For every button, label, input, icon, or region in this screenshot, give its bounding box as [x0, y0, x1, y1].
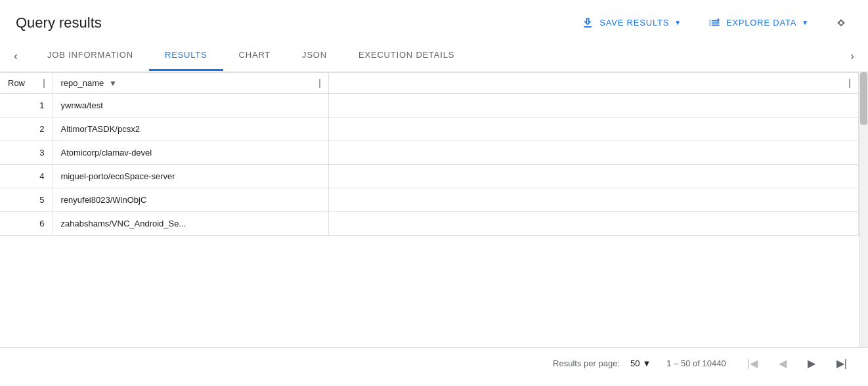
cell-row-num: 1 [0, 94, 53, 118]
tabs-container: ‹ JOB INFORMATION RESULTS CHART JSON EXE… [0, 40, 868, 72]
page-title: Query results [16, 14, 102, 32]
last-page-button[interactable]: ▶| [831, 354, 852, 372]
cell-row-num: 4 [0, 165, 53, 188]
prev-page-button[interactable]: ◀ [773, 354, 792, 372]
cell-empty [328, 118, 859, 141]
table-row: 1 ywnwa/test [0, 94, 859, 118]
cell-empty [328, 212, 859, 236]
first-page-button[interactable]: |◀ [742, 354, 763, 372]
sort-icon[interactable]: ▼ [109, 79, 117, 88]
table-row: 4 miguel-porto/ecoSpace-server [0, 165, 859, 188]
tab-json[interactable]: JSON [286, 41, 343, 71]
cell-row-num: 2 [0, 118, 53, 141]
page-range: 1 – 50 of 10440 [666, 358, 726, 368]
col-resize-empty[interactable] [845, 79, 850, 88]
cell-empty [328, 165, 859, 188]
save-results-chevron-icon: ▼ [674, 19, 682, 26]
cell-repo-name: Atomicorp/clamav-devel [53, 141, 328, 165]
scrollbar-thumb[interactable] [860, 72, 867, 125]
tabs-prev-button[interactable]: ‹ [0, 40, 32, 72]
header-actions: SAVE RESULTS ▼ EXPLORE DATA ▼ [576, 11, 852, 35]
cell-empty [328, 94, 859, 118]
cell-repo-name: zahabshams/VNC_Android_Se... [53, 212, 328, 236]
header: Query results SAVE RESULTS ▼ EXPLORE DAT… [0, 0, 868, 40]
cell-repo-name: ywnwa/test [53, 94, 328, 118]
main-area: ‹ JOB INFORMATION RESULTS CHART JSON EXE… [0, 40, 868, 379]
footer: Results per page: 50 ▼ 1 – 50 of 10440 |… [0, 347, 868, 379]
tabs-list: JOB INFORMATION RESULTS CHART JSON EXECU… [32, 41, 836, 71]
save-results-button[interactable]: SAVE RESULTS ▼ [576, 12, 687, 33]
tab-job-information[interactable]: JOB INFORMATION [32, 41, 149, 71]
col-header-repo-name: repo_name ▼ [53, 73, 328, 94]
tab-chart[interactable]: CHART [223, 41, 287, 71]
explore-data-button[interactable]: EXPLORE DATA ▼ [703, 12, 814, 33]
results-table: Row repo_name ▼ 1 [0, 72, 859, 236]
vertical-scrollbar[interactable] [859, 72, 868, 347]
per-page-chevron-icon: ▼ [642, 358, 651, 368]
cell-repo-name: AltimorTASDK/pcsx2 [53, 118, 328, 141]
cell-row-num: 5 [0, 188, 53, 212]
cell-repo-name: miguel-porto/ecoSpace-server [53, 165, 328, 188]
table-row: 5 renyufei8023/WinObjC [0, 188, 859, 212]
col-resize-repo[interactable] [315, 79, 320, 88]
cell-row-num: 3 [0, 141, 53, 165]
explore-data-icon [708, 16, 721, 30]
cell-row-num: 6 [0, 212, 53, 236]
table-row: 6 zahabshams/VNC_Android_Se... [0, 212, 859, 236]
table-row: 3 Atomicorp/clamav-devel [0, 141, 859, 165]
cell-repo-name: renyufei8023/WinObjC [53, 188, 328, 212]
per-page-select[interactable]: 50 ▼ [630, 358, 651, 368]
cell-empty [328, 188, 859, 212]
col-header-row: Row [0, 73, 53, 94]
tabs-next-button[interactable]: › [836, 40, 868, 72]
table-area: Row repo_name ▼ 1 [0, 72, 868, 347]
next-page-button[interactable]: ▶ [802, 354, 821, 372]
results-per-page-label: Results per page: [553, 358, 620, 368]
tab-execution-details[interactable]: EXECUTION DETAILS [343, 41, 470, 71]
table-scroll[interactable]: Row repo_name ▼ 1 [0, 72, 859, 347]
cell-empty [328, 141, 859, 165]
expand-collapse-button[interactable] [830, 11, 852, 35]
explore-data-chevron-icon: ▼ [802, 19, 809, 26]
tab-results[interactable]: RESULTS [149, 41, 223, 71]
col-resize-row[interactable] [39, 79, 45, 88]
save-results-icon [581, 16, 594, 30]
expand-icon [834, 14, 848, 29]
col-header-empty [328, 73, 859, 94]
table-row: 2 AltimorTASDK/pcsx2 [0, 118, 859, 141]
